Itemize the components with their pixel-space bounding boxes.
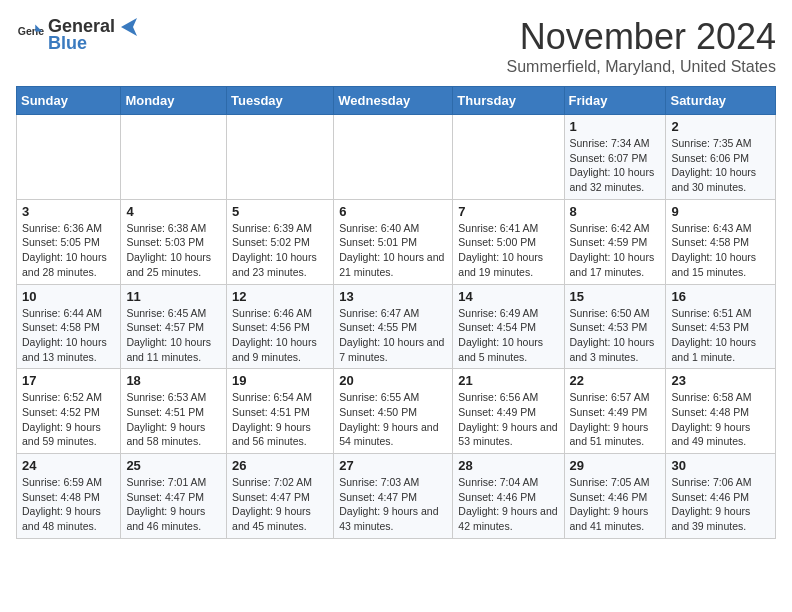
calendar-cell: 17Sunrise: 6:52 AM Sunset: 4:52 PM Dayli… <box>17 369 121 454</box>
calendar-cell: 2Sunrise: 7:35 AM Sunset: 6:06 PM Daylig… <box>666 115 776 200</box>
day-info: Sunrise: 6:38 AM Sunset: 5:03 PM Dayligh… <box>126 221 221 280</box>
header-day-friday: Friday <box>564 87 666 115</box>
day-number: 14 <box>458 289 558 304</box>
day-info: Sunrise: 7:34 AM Sunset: 6:07 PM Dayligh… <box>570 136 661 195</box>
month-title: November 2024 <box>507 16 776 58</box>
day-info: Sunrise: 7:35 AM Sunset: 6:06 PM Dayligh… <box>671 136 770 195</box>
day-info: Sunrise: 6:50 AM Sunset: 4:53 PM Dayligh… <box>570 306 661 365</box>
day-info: Sunrise: 6:56 AM Sunset: 4:49 PM Dayligh… <box>458 390 558 449</box>
day-info: Sunrise: 6:57 AM Sunset: 4:49 PM Dayligh… <box>570 390 661 449</box>
day-info: Sunrise: 6:45 AM Sunset: 4:57 PM Dayligh… <box>126 306 221 365</box>
calendar-cell: 1Sunrise: 7:34 AM Sunset: 6:07 PM Daylig… <box>564 115 666 200</box>
calendar-cell: 5Sunrise: 6:39 AM Sunset: 5:02 PM Daylig… <box>227 199 334 284</box>
day-number: 28 <box>458 458 558 473</box>
calendar-cell: 22Sunrise: 6:57 AM Sunset: 4:49 PM Dayli… <box>564 369 666 454</box>
day-number: 29 <box>570 458 661 473</box>
logo: General General Blue <box>16 16 137 54</box>
calendar-cell: 27Sunrise: 7:03 AM Sunset: 4:47 PM Dayli… <box>334 454 453 539</box>
day-info: Sunrise: 7:04 AM Sunset: 4:46 PM Dayligh… <box>458 475 558 534</box>
day-number: 19 <box>232 373 328 388</box>
day-number: 1 <box>570 119 661 134</box>
day-number: 12 <box>232 289 328 304</box>
calendar-cell: 24Sunrise: 6:59 AM Sunset: 4:48 PM Dayli… <box>17 454 121 539</box>
day-number: 6 <box>339 204 447 219</box>
calendar-table: SundayMondayTuesdayWednesdayThursdayFrid… <box>16 86 776 539</box>
calendar-cell: 6Sunrise: 6:40 AM Sunset: 5:01 PM Daylig… <box>334 199 453 284</box>
day-info: Sunrise: 7:05 AM Sunset: 4:46 PM Dayligh… <box>570 475 661 534</box>
day-info: Sunrise: 6:47 AM Sunset: 4:55 PM Dayligh… <box>339 306 447 365</box>
calendar-cell: 28Sunrise: 7:04 AM Sunset: 4:46 PM Dayli… <box>453 454 564 539</box>
day-number: 30 <box>671 458 770 473</box>
day-number: 18 <box>126 373 221 388</box>
day-number: 27 <box>339 458 447 473</box>
header-day-monday: Monday <box>121 87 227 115</box>
day-number: 3 <box>22 204 115 219</box>
calendar-cell: 25Sunrise: 7:01 AM Sunset: 4:47 PM Dayli… <box>121 454 227 539</box>
calendar-cell: 7Sunrise: 6:41 AM Sunset: 5:00 PM Daylig… <box>453 199 564 284</box>
calendar-cell: 30Sunrise: 7:06 AM Sunset: 4:46 PM Dayli… <box>666 454 776 539</box>
header-day-thursday: Thursday <box>453 87 564 115</box>
week-row-2: 3Sunrise: 6:36 AM Sunset: 5:05 PM Daylig… <box>17 199 776 284</box>
day-info: Sunrise: 7:02 AM Sunset: 4:47 PM Dayligh… <box>232 475 328 534</box>
day-info: Sunrise: 6:59 AM Sunset: 4:48 PM Dayligh… <box>22 475 115 534</box>
calendar-cell: 20Sunrise: 6:55 AM Sunset: 4:50 PM Dayli… <box>334 369 453 454</box>
day-info: Sunrise: 6:54 AM Sunset: 4:51 PM Dayligh… <box>232 390 328 449</box>
day-info: Sunrise: 6:49 AM Sunset: 4:54 PM Dayligh… <box>458 306 558 365</box>
calendar-cell: 8Sunrise: 6:42 AM Sunset: 4:59 PM Daylig… <box>564 199 666 284</box>
calendar-cell: 12Sunrise: 6:46 AM Sunset: 4:56 PM Dayli… <box>227 284 334 369</box>
week-row-5: 24Sunrise: 6:59 AM Sunset: 4:48 PM Dayli… <box>17 454 776 539</box>
calendar-cell: 3Sunrise: 6:36 AM Sunset: 5:05 PM Daylig… <box>17 199 121 284</box>
day-info: Sunrise: 7:03 AM Sunset: 4:47 PM Dayligh… <box>339 475 447 534</box>
day-info: Sunrise: 6:43 AM Sunset: 4:58 PM Dayligh… <box>671 221 770 280</box>
calendar-cell: 29Sunrise: 7:05 AM Sunset: 4:46 PM Dayli… <box>564 454 666 539</box>
calendar-cell: 18Sunrise: 6:53 AM Sunset: 4:51 PM Dayli… <box>121 369 227 454</box>
calendar-cell: 4Sunrise: 6:38 AM Sunset: 5:03 PM Daylig… <box>121 199 227 284</box>
calendar-cell <box>121 115 227 200</box>
day-number: 23 <box>671 373 770 388</box>
header-day-tuesday: Tuesday <box>227 87 334 115</box>
day-info: Sunrise: 6:41 AM Sunset: 5:00 PM Dayligh… <box>458 221 558 280</box>
day-number: 26 <box>232 458 328 473</box>
calendar-cell: 14Sunrise: 6:49 AM Sunset: 4:54 PM Dayli… <box>453 284 564 369</box>
calendar-cell <box>334 115 453 200</box>
day-number: 17 <box>22 373 115 388</box>
day-info: Sunrise: 6:53 AM Sunset: 4:51 PM Dayligh… <box>126 390 221 449</box>
day-number: 4 <box>126 204 221 219</box>
week-row-4: 17Sunrise: 6:52 AM Sunset: 4:52 PM Dayli… <box>17 369 776 454</box>
day-info: Sunrise: 7:06 AM Sunset: 4:46 PM Dayligh… <box>671 475 770 534</box>
day-info: Sunrise: 6:46 AM Sunset: 4:56 PM Dayligh… <box>232 306 328 365</box>
day-number: 20 <box>339 373 447 388</box>
day-info: Sunrise: 6:55 AM Sunset: 4:50 PM Dayligh… <box>339 390 447 449</box>
day-number: 24 <box>22 458 115 473</box>
day-number: 10 <box>22 289 115 304</box>
day-number: 22 <box>570 373 661 388</box>
day-number: 25 <box>126 458 221 473</box>
calendar-cell: 21Sunrise: 6:56 AM Sunset: 4:49 PM Dayli… <box>453 369 564 454</box>
logo-bird-icon <box>115 18 137 36</box>
day-number: 16 <box>671 289 770 304</box>
week-row-1: 1Sunrise: 7:34 AM Sunset: 6:07 PM Daylig… <box>17 115 776 200</box>
day-info: Sunrise: 6:44 AM Sunset: 4:58 PM Dayligh… <box>22 306 115 365</box>
header-day-wednesday: Wednesday <box>334 87 453 115</box>
day-number: 15 <box>570 289 661 304</box>
calendar-cell <box>453 115 564 200</box>
calendar-cell: 23Sunrise: 6:58 AM Sunset: 4:48 PM Dayli… <box>666 369 776 454</box>
calendar-cell: 26Sunrise: 7:02 AM Sunset: 4:47 PM Dayli… <box>227 454 334 539</box>
week-row-3: 10Sunrise: 6:44 AM Sunset: 4:58 PM Dayli… <box>17 284 776 369</box>
calendar-cell: 13Sunrise: 6:47 AM Sunset: 4:55 PM Dayli… <box>334 284 453 369</box>
day-info: Sunrise: 6:52 AM Sunset: 4:52 PM Dayligh… <box>22 390 115 449</box>
day-info: Sunrise: 6:36 AM Sunset: 5:05 PM Dayligh… <box>22 221 115 280</box>
calendar-cell <box>17 115 121 200</box>
page-header: General General Blue November 2024 Summe… <box>16 16 776 76</box>
calendar-cell <box>227 115 334 200</box>
header-day-sunday: Sunday <box>17 87 121 115</box>
day-info: Sunrise: 6:42 AM Sunset: 4:59 PM Dayligh… <box>570 221 661 280</box>
calendar-cell: 11Sunrise: 6:45 AM Sunset: 4:57 PM Dayli… <box>121 284 227 369</box>
day-number: 2 <box>671 119 770 134</box>
day-number: 21 <box>458 373 558 388</box>
day-number: 9 <box>671 204 770 219</box>
day-number: 13 <box>339 289 447 304</box>
svg-marker-1 <box>121 18 137 36</box>
day-info: Sunrise: 7:01 AM Sunset: 4:47 PM Dayligh… <box>126 475 221 534</box>
day-info: Sunrise: 6:51 AM Sunset: 4:53 PM Dayligh… <box>671 306 770 365</box>
